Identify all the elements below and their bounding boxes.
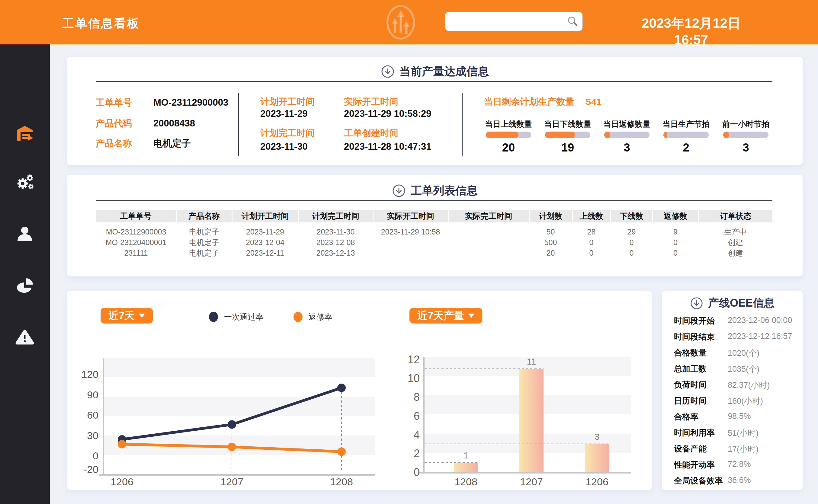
stat-progress-fill bbox=[486, 132, 519, 138]
oee-value: 36.6% bbox=[728, 476, 751, 485]
oee-row: 负荷时间82.37(小时) bbox=[674, 376, 794, 392]
oee-row: 全局设备效率36.6% bbox=[674, 472, 794, 488]
oee-row: 合格率98.5% bbox=[674, 408, 794, 424]
svg-text:1206: 1206 bbox=[110, 476, 133, 487]
svg-text:1207: 1207 bbox=[220, 476, 243, 487]
svg-text:10: 10 bbox=[407, 372, 420, 384]
table-column-header: 实际完工时间 bbox=[448, 210, 529, 222]
orders-table-header-row: 工单单号产品名称计划开工时间计划完工时间实际开工时间实际完工时间计划数上线数下线… bbox=[96, 210, 772, 222]
panel-title-text: 工单列表信息 bbox=[411, 183, 478, 198]
remaining-plan: 当日剩余计划生产数量 S41 bbox=[484, 97, 602, 107]
table-cell: 0 bbox=[572, 237, 611, 248]
svg-text:90: 90 bbox=[87, 389, 98, 400]
oee-panel: 产线OEE信息 时间段开始2023-12-06 00:00时间段结束2023-1… bbox=[662, 291, 803, 490]
legend-label: 一次通过率 bbox=[224, 312, 263, 322]
orders-table: 工单单号产品名称计划开工时间计划完工时间实际开工时间实际完工时间计划数上线数下线… bbox=[96, 210, 772, 258]
oee-label: 设备产能 bbox=[674, 443, 707, 454]
line-range-dropdown[interactable]: 近7天 bbox=[101, 308, 153, 324]
sidebar bbox=[0, 44, 50, 504]
table-cell: 2023-11-30 bbox=[298, 227, 373, 237]
search-input[interactable] bbox=[449, 16, 567, 27]
caret-down-icon bbox=[139, 314, 145, 318]
stat-progress-bar bbox=[545, 132, 590, 138]
table-row: MO-23112900003电机定子2023-11-292023-11-3020… bbox=[96, 227, 772, 237]
table-cell bbox=[373, 248, 448, 258]
table-cell: 500 bbox=[529, 237, 572, 248]
stat-progress-fill bbox=[545, 132, 575, 138]
sidebar-item-reports[interactable] bbox=[14, 275, 35, 296]
field-value: 20008438 bbox=[153, 118, 195, 129]
oee-label: 时间段开始 bbox=[674, 315, 715, 326]
table-column-header: 实际开工时间 bbox=[373, 210, 448, 222]
legend-dot-icon bbox=[209, 312, 218, 322]
oee-row: 总加工数1035(个) bbox=[674, 360, 794, 376]
field-value: 2023-11-29 10:58:29 bbox=[344, 108, 432, 119]
svg-text:8: 8 bbox=[414, 391, 420, 403]
oee-value: 82.37(小时) bbox=[728, 380, 770, 391]
stat-value: 20 bbox=[481, 141, 536, 154]
search-icon[interactable] bbox=[567, 16, 578, 27]
field-value: 2023-11-29 bbox=[260, 108, 308, 119]
svg-text:-20: -20 bbox=[84, 464, 98, 475]
legend-item-0[interactable]: 一次通过率 bbox=[209, 312, 263, 322]
table-cell: 2023-12-04 bbox=[232, 237, 298, 248]
stat-label: 当日返修数量 bbox=[600, 119, 654, 129]
oee-label: 合格率 bbox=[674, 411, 698, 422]
oee-row: 时间段结束2023-12-12 16:57 bbox=[674, 328, 794, 344]
table-cell bbox=[373, 237, 448, 248]
svg-text:120: 120 bbox=[81, 368, 98, 380]
sidebar-item-users[interactable] bbox=[14, 223, 35, 244]
table-cell: 电机定子 bbox=[176, 248, 232, 258]
oee-value: 2023-12-12 16:57 bbox=[728, 332, 792, 341]
table-cell: 生产中 bbox=[698, 227, 772, 237]
stat-value: 19 bbox=[541, 141, 595, 154]
table-cell: 创建 bbox=[698, 237, 772, 248]
stat-label: 当日上线数量 bbox=[481, 119, 536, 129]
table-cell: 9 bbox=[653, 227, 698, 237]
table-cell: 20 bbox=[529, 248, 572, 258]
stat-progress-fill bbox=[663, 132, 667, 138]
first-pass-yield-line-chart: 1209060300-20120612071208 bbox=[69, 347, 407, 489]
stat-value: 3 bbox=[600, 141, 654, 154]
svg-text:3: 3 bbox=[595, 432, 600, 442]
field-label: 产品代码 bbox=[96, 118, 132, 129]
svg-text:11: 11 bbox=[527, 356, 536, 366]
field-value: MO-23112900003 bbox=[153, 97, 228, 108]
panel-title-text: 当前产量达成信息 bbox=[399, 64, 489, 79]
table-column-header: 上线数 bbox=[572, 210, 611, 222]
table-cell bbox=[448, 237, 529, 248]
table-cell: 2023-11-29 bbox=[232, 227, 298, 237]
table-cell: MO-23112900003 bbox=[96, 227, 176, 237]
table-cell: 231111 bbox=[96, 248, 176, 258]
oee-row: 日历时间160(小时) bbox=[674, 392, 794, 408]
sidebar-item-alerts[interactable] bbox=[14, 326, 35, 347]
sidebar-item-settings[interactable] bbox=[14, 171, 35, 193]
table-row: MO-23120400001电机定子2023-12-042023-12-0850… bbox=[96, 237, 772, 248]
production-panel-title: 当前产量达成信息 bbox=[67, 64, 803, 79]
svg-text:4: 4 bbox=[414, 429, 420, 441]
oee-metric-list: 时间段开始2023-12-06 00:00时间段结束2023-12-12 16:… bbox=[674, 312, 794, 488]
user-icon bbox=[14, 223, 35, 244]
stat-progress-bar bbox=[604, 132, 650, 138]
svg-text:1208: 1208 bbox=[455, 476, 478, 487]
pie-chart-icon bbox=[14, 275, 35, 296]
table-cell: 0 bbox=[572, 248, 611, 258]
bar-range-dropdown[interactable]: 近7天产量 bbox=[410, 308, 482, 324]
oee-panel-title: 产线OEE信息 bbox=[662, 296, 803, 311]
table-cell: 2023-12-13 bbox=[298, 248, 373, 258]
oee-value: 2023-12-06 00:00 bbox=[728, 316, 792, 325]
charts-panel: 近7天 一次通过率返修率 近7天产量 1209060300-2012061207… bbox=[67, 291, 652, 490]
svg-text:6: 6 bbox=[414, 410, 420, 422]
table-cell bbox=[448, 227, 529, 237]
table-cell: 29 bbox=[611, 227, 653, 237]
sidebar-item-work-orders[interactable] bbox=[14, 123, 35, 144]
table-column-header: 计划开工时间 bbox=[232, 210, 298, 222]
field-label: 计划完工时间 bbox=[260, 128, 315, 138]
table-column-header: 下线数 bbox=[611, 210, 653, 222]
warning-icon bbox=[14, 326, 35, 347]
vertical-divider bbox=[238, 93, 239, 156]
legend-item-1[interactable]: 返修率 bbox=[293, 312, 332, 322]
stat-label: 当日下线数量 bbox=[541, 119, 595, 129]
table-cell bbox=[448, 248, 529, 258]
table-column-header: 产品名称 bbox=[176, 210, 232, 222]
